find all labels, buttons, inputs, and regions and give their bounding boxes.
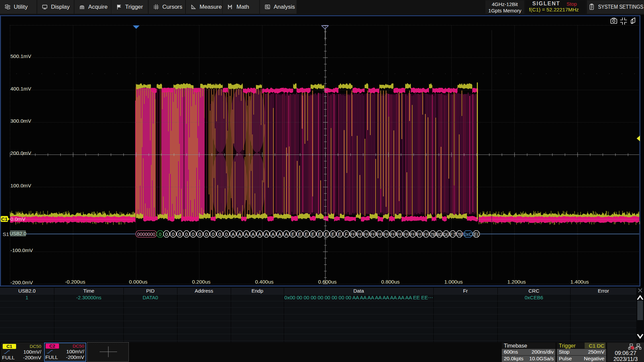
svg-text:A: A — [245, 232, 248, 237]
svg-text:E: E — [291, 232, 294, 237]
svg-text:FF: FF — [377, 232, 382, 237]
svg-text:FF: FF — [417, 232, 422, 237]
svg-text:0: 0 — [172, 232, 174, 237]
svg-text:0.000us: 0.000us — [129, 279, 147, 285]
svg-text:A: A — [285, 232, 288, 237]
svg-text:FF: FF — [364, 232, 369, 237]
svg-text:E: E — [305, 232, 308, 237]
svg-text:0: 0 — [165, 232, 168, 237]
svg-text:-0.200us: -0.200us — [65, 279, 86, 285]
svg-text:C1: C1 — [1, 216, 7, 222]
svg-text:F7: F7 — [450, 232, 455, 237]
svg-text:FF: FF — [370, 232, 375, 237]
svg-text:FF: FF — [404, 232, 409, 237]
svg-text:-200.0mV: -200.0mV — [10, 280, 33, 285]
svg-text:A: A — [231, 232, 235, 237]
svg-text:7B: 7B — [457, 232, 462, 237]
svg-text:500.1mV: 500.1mV — [10, 53, 32, 59]
svg-text:E: E — [298, 232, 301, 237]
svg-text:1.400us: 1.400us — [570, 279, 589, 285]
svg-text:1.200us: 1.200us — [507, 279, 526, 285]
svg-text:S1: S1 — [3, 231, 9, 237]
svg-text:E: E — [318, 232, 321, 237]
svg-text:FF: FF — [351, 232, 356, 237]
svg-text:200.0mV: 200.0mV — [10, 150, 32, 156]
svg-text:FF: FF — [410, 232, 415, 237]
svg-text:0.400us: 0.400us — [255, 279, 273, 285]
svg-text:BD: BD — [437, 232, 442, 237]
svg-text:FF: FF — [357, 232, 362, 237]
svg-text:-100.0mV: -100.0mV — [10, 247, 33, 253]
svg-text:0000000: 0000000 — [137, 232, 155, 237]
svg-text:DE: DE — [444, 232, 449, 237]
svg-text:100.0mV: 100.0mV — [10, 183, 32, 188]
svg-text:FF: FF — [397, 232, 402, 237]
svg-text:FF: FF — [424, 232, 429, 237]
svg-text:A: A — [271, 232, 275, 237]
svg-text:0: 0 — [199, 232, 201, 237]
svg-text:0: 0 — [159, 232, 161, 237]
svg-text:FF: FF — [390, 232, 395, 237]
svg-text:0: 0 — [192, 232, 195, 237]
svg-text:E: E — [331, 232, 334, 237]
svg-text:0: 0 — [225, 232, 228, 237]
svg-text:0: 0 — [178, 232, 181, 237]
svg-text:F: F — [345, 232, 348, 237]
svg-text:A: A — [238, 232, 241, 237]
svg-text:A: A — [258, 232, 262, 237]
svg-text:USB2.0: USB2.0 — [10, 231, 26, 236]
svg-text:A: A — [278, 232, 281, 237]
svg-text:A: A — [265, 232, 268, 237]
svg-text:300.0mV: 300.0mV — [10, 118, 32, 124]
svg-text:A: A — [252, 232, 255, 237]
svg-text:0.0mV: 0.0mV — [10, 216, 25, 222]
svg-text:E(: E( — [474, 232, 479, 237]
svg-text:0: 0 — [212, 232, 214, 237]
svg-text:0.200us: 0.200us — [192, 279, 210, 285]
svg-text:0xC: 0xC — [464, 232, 472, 237]
svg-text:FF: FF — [384, 232, 389, 237]
svg-text:0.800us: 0.800us — [381, 279, 399, 285]
svg-text:1.000us: 1.000us — [444, 279, 463, 285]
svg-text:E: E — [338, 232, 341, 237]
svg-text:400.1mV: 400.1mV — [10, 86, 32, 92]
svg-text:0: 0 — [218, 232, 221, 237]
svg-text:E: E — [325, 232, 328, 237]
svg-text:7B: 7B — [430, 232, 435, 237]
svg-text:0.600us: 0.600us — [318, 279, 336, 285]
svg-text:E: E — [311, 232, 314, 237]
svg-text:0: 0 — [185, 232, 188, 237]
svg-text:0: 0 — [205, 232, 208, 237]
